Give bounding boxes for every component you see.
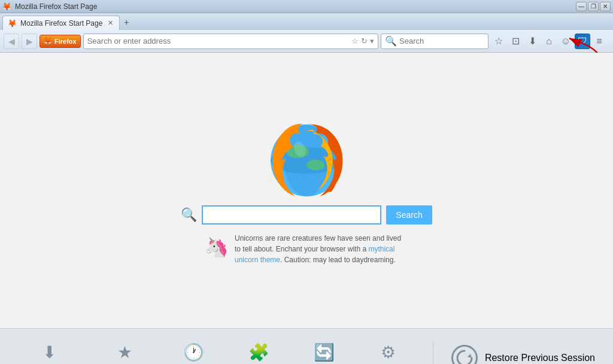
search-button[interactable]: Search	[386, 205, 432, 225]
shield-icon[interactable]: 🛡	[575, 34, 590, 49]
restore-session-label: Restore Previous Session	[485, 353, 595, 363]
home-icon[interactable]: ⌂	[541, 34, 557, 49]
toolbar-icons: ☆ ⊡ ⬇ ⌂ ☺ 🛡 ≡	[491, 34, 607, 49]
search-bar-input[interactable]	[399, 37, 500, 46]
bookmarks-item[interactable]: ★ Bookmarks	[108, 342, 141, 364]
bookmarks-icon: ★	[117, 342, 132, 362]
search-bar-icon: 🔍	[385, 35, 397, 47]
tab-favicon: 🦊	[8, 19, 17, 28]
new-tab-button[interactable]: +	[120, 16, 133, 29]
bookmark-icon[interactable]: ☆	[491, 34, 506, 49]
nav-bar: ◀ ▶ 🦊 Firefox ☆ ↻ ▾ 🔍 ☆ ⊡ ⬇ ⌂ ☺ 🛡 ≡	[0, 30, 613, 53]
firefox-badge[interactable]: 🦊 Firefox	[40, 35, 81, 48]
downloads-icon: ⬇	[43, 342, 56, 362]
history-icon: 🕐	[183, 342, 204, 362]
refresh-icon[interactable]: ↻	[361, 37, 368, 46]
title-bar-controls: — ❐ ✕	[576, 2, 611, 11]
main-search-input[interactable]	[202, 205, 381, 225]
restore-svg	[456, 349, 474, 365]
history-item[interactable]: 🕐 History	[183, 342, 204, 364]
firefox-icon: 🦊	[44, 37, 52, 45]
menu-icon[interactable]: ≡	[591, 34, 607, 49]
search-bar-container[interactable]: 🔍	[381, 34, 488, 49]
bottom-icons: ⬇ Downloads ★ Bookmarks 🕐 History 🧩 Add-…	[0, 342, 433, 364]
svg-point-5	[306, 160, 324, 171]
restore-session-button[interactable]: Restore Previous Session	[433, 345, 613, 365]
firefox-favicon-title: 🦊	[2, 2, 11, 11]
firefox-badge-label: Firefox	[54, 38, 77, 45]
title-bar-left: 🦊 Mozilla Firefox Start Page	[2, 2, 97, 11]
restore-button[interactable]: ❐	[588, 2, 599, 11]
addons-icon: 🧩	[248, 342, 269, 362]
tab-title: Mozilla Firefox Start Page	[20, 19, 102, 28]
bookmarks-manager-icon[interactable]: ⊡	[508, 34, 523, 49]
tab-close-button[interactable]: ✕	[106, 19, 114, 28]
active-tab[interactable]: 🦊 Mozilla Firefox Start Page ✕	[2, 16, 120, 30]
address-bar[interactable]: ☆ ↻ ▾	[83, 34, 378, 49]
tab-bar: 🦊 Mozilla Firefox Start Page ✕ +	[0, 13, 613, 30]
star-icon[interactable]: ☆	[351, 37, 359, 46]
title-bar: 🦊 Mozilla Firefox Start Page — ❐ ✕	[0, 0, 613, 13]
firefox-logo-svg	[262, 116, 351, 205]
svg-marker-8	[468, 354, 472, 358]
addons-item[interactable]: 🧩 Add-ons	[247, 342, 271, 364]
downloads-item[interactable]: ⬇ Downloads	[33, 342, 65, 364]
window-title: Mozilla Firefox Start Page	[15, 2, 97, 11]
search-row: 🔍 Search	[181, 205, 432, 225]
minimize-button[interactable]: —	[576, 2, 587, 11]
restore-session-icon	[451, 345, 478, 365]
unicorn-icon: 🦄	[205, 233, 229, 262]
options-icon: ⚙	[381, 342, 396, 362]
back-button[interactable]: ◀	[4, 34, 19, 49]
unicorn-message: 🦄 Unicorns are rare creatures few have s…	[205, 233, 408, 265]
download-icon[interactable]: ⬇	[524, 34, 540, 49]
emoji-icon[interactable]: ☺	[558, 34, 573, 49]
options-item[interactable]: ⚙ Options	[377, 342, 400, 364]
unicorn-text: Unicorns are rare creatures few have see…	[235, 233, 408, 265]
main-content: 🔍 Search 🦄 Unicorns are rare creatures f…	[0, 53, 613, 328]
search-area: 🔍 Search 🦄 Unicorns are rare creatures f…	[181, 205, 432, 265]
dropdown-icon[interactable]: ▾	[370, 37, 374, 46]
address-icons: ☆ ↻ ▾	[351, 37, 374, 46]
sync-icon: 🔄	[314, 342, 335, 362]
address-input[interactable]	[87, 37, 349, 46]
bottom-bar: ⬇ Downloads ★ Bookmarks 🕐 History 🧩 Add-…	[0, 328, 613, 364]
close-button[interactable]: ✕	[600, 2, 611, 11]
forward-button[interactable]: ▶	[22, 34, 37, 49]
sync-item[interactable]: 🔄 Sync	[314, 342, 335, 364]
search-icon-main: 🔍	[181, 207, 197, 223]
unicorn-text-after: . Caution: may lead to daydreaming.	[280, 256, 396, 264]
firefox-logo	[262, 116, 351, 205]
